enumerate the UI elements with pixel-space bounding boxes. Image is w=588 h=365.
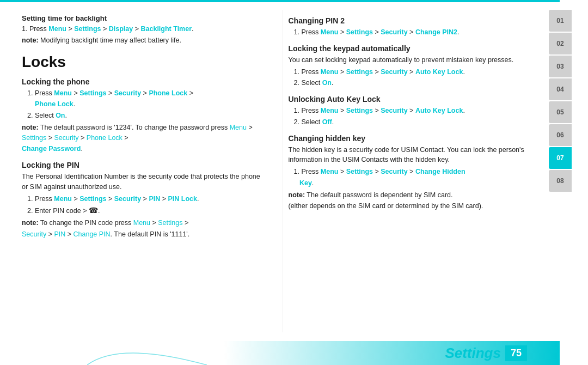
settings-inline[interactable]: Settings xyxy=(22,134,46,142)
chapter-02[interactable]: 02 xyxy=(549,33,572,54)
chapter-06[interactable]: 06 xyxy=(549,124,572,146)
menu-r2[interactable]: Menu xyxy=(321,68,339,76)
display-link[interactable]: Display xyxy=(109,25,133,33)
security-r2[interactable]: Security xyxy=(381,68,407,76)
settings-r3[interactable]: Settings xyxy=(346,107,373,114)
chapter-07[interactable]: 07 xyxy=(549,147,572,169)
sep3: > xyxy=(133,25,140,33)
locking-phone-steps: 1. Press Menu > Settings > Security > Ph… xyxy=(22,88,261,121)
menu-link3[interactable]: Menu xyxy=(54,195,72,203)
settings-note3[interactable]: Settings xyxy=(158,219,182,227)
off-link[interactable]: Off xyxy=(322,118,332,126)
phone-step1: 1. Press Menu > Settings > Security > Ph… xyxy=(27,88,261,99)
pin-note: note: To change the PIN code press Menu … xyxy=(22,218,261,228)
settings-link3[interactable]: Settings xyxy=(79,195,106,203)
chapter-01[interactable]: 01 xyxy=(549,10,572,32)
hidden-step1b: Key. xyxy=(294,178,528,188)
phone-lock-link2[interactable]: Phone Lock xyxy=(35,100,74,108)
pin-body: The Personal Identification Number is th… xyxy=(22,172,261,192)
on-link[interactable]: On xyxy=(56,112,65,119)
phone-note2: Change Password. xyxy=(22,144,261,154)
settings-link2[interactable]: Settings xyxy=(79,89,106,97)
key-link[interactable]: Key xyxy=(299,179,312,187)
sep2: > xyxy=(101,25,109,33)
pin-note-link[interactable]: PIN xyxy=(54,230,65,238)
hidden-key-steps: 1. Press Menu > Settings > Security > Ch… xyxy=(289,167,528,188)
period: . xyxy=(192,25,193,33)
phone-lock-link[interactable]: Phone Lock xyxy=(149,89,187,97)
s2: > xyxy=(107,89,114,97)
bottom-bar: Settings 75 xyxy=(0,341,560,365)
settings-r4[interactable]: Settings xyxy=(346,168,373,175)
menu-note3[interactable]: Menu xyxy=(133,219,150,227)
chapter-sidebar: 01 02 03 04 05 06 07 08 xyxy=(543,10,572,332)
pin2-steps: 1. Press Menu > Settings > Security > Ch… xyxy=(289,27,528,38)
right-column: Changing PIN 2 1. Press Menu > Settings … xyxy=(283,10,528,332)
backlight-timer-link[interactable]: Backlight Timer xyxy=(141,25,192,33)
menu-inline[interactable]: Menu xyxy=(230,124,247,131)
pin-note2: Security > PIN > Change PIN. The default… xyxy=(22,229,261,240)
change-pin-link[interactable]: Change PIN xyxy=(74,230,111,238)
s1: > xyxy=(72,89,79,97)
unlock-step1: 1. Press Menu > Settings > Security > Au… xyxy=(294,106,528,116)
security-link2[interactable]: Security xyxy=(114,195,141,203)
locking-phone-heading: Locking the phone xyxy=(22,77,261,86)
pin-link[interactable]: PIN xyxy=(149,195,160,203)
security-inline[interactable]: Security xyxy=(54,134,78,142)
change-password-link[interactable]: Change Password xyxy=(22,145,81,153)
phone-lock-inline[interactable]: Phone Lock xyxy=(87,134,122,142)
hidden-key-body: The hidden key is a security code for US… xyxy=(289,145,528,166)
chapter-08[interactable]: 08 xyxy=(549,170,572,192)
security-r4[interactable]: Security xyxy=(381,168,407,175)
main-content: Setting time for backlight 1. Press Menu… xyxy=(0,0,588,365)
settings-r2[interactable]: Settings xyxy=(346,68,373,76)
change-pin2-link[interactable]: Change PIN2 xyxy=(415,28,457,36)
security-r3[interactable]: Security xyxy=(381,107,407,114)
chapter-04[interactable]: 04 xyxy=(549,78,572,100)
auto-key-lock-link2[interactable]: Auto Key Lock xyxy=(415,107,463,114)
menu-r3[interactable]: Menu xyxy=(321,107,339,114)
keypad-body: You can set locking keypad automatically… xyxy=(289,55,528,65)
chapter-05[interactable]: 05 xyxy=(549,101,572,123)
hidden-key-heading: Changing hidden key xyxy=(289,134,528,143)
on-link2[interactable]: On xyxy=(322,79,332,87)
menu-r4[interactable]: Menu xyxy=(321,168,339,175)
menu-r1[interactable]: Menu xyxy=(321,28,339,36)
keypad-steps: 1. Press Menu > Settings > Security > Au… xyxy=(289,67,528,89)
settings-label: Settings xyxy=(445,345,501,362)
keypad-auto-heading: Locking the keypad automatically xyxy=(289,44,528,53)
pin-step1: 1. Press Menu > Settings > Security > PI… xyxy=(27,194,261,204)
security-r1[interactable]: Security xyxy=(381,28,407,36)
security-link[interactable]: Security xyxy=(114,89,141,97)
keypad-step2: 2. Select On. xyxy=(294,78,528,88)
phone-step1b: Phone Lock. xyxy=(27,99,261,110)
intro-heading: Setting time for backlight xyxy=(22,14,261,22)
pin-step2: 2. Enter PIN code > ☎. xyxy=(27,205,261,216)
change-hidden-key-link[interactable]: Change Hidden xyxy=(415,168,465,175)
unlock-steps: 1. Press Menu > Settings > Security > Au… xyxy=(289,106,528,127)
settings-link[interactable]: Settings xyxy=(74,25,101,33)
hidden-note2: (either depends on the SIM card or deter… xyxy=(289,201,528,211)
confirm-icon: ☎ xyxy=(89,206,98,215)
auto-key-lock-link[interactable]: Auto Key Lock xyxy=(415,68,463,76)
intro-step: 1. Press Menu > Settings > Display > Bac… xyxy=(22,24,261,34)
unlock-step2: 2. Select Off. xyxy=(294,117,528,127)
period2: . xyxy=(74,100,75,108)
intro-note: note: Modifying backlight time may affec… xyxy=(22,35,261,46)
phone-note: note: The default password is '1234'. To… xyxy=(22,123,261,143)
page-container: Setting time for backlight 1. Press Menu… xyxy=(0,0,588,365)
menu-link2[interactable]: Menu xyxy=(54,89,72,97)
pin-lock-link[interactable]: PIN Lock xyxy=(168,195,197,203)
intro-step-text: 1. Press xyxy=(22,25,48,33)
chapter-03[interactable]: 03 xyxy=(549,56,572,77)
settings-r1[interactable]: Settings xyxy=(346,28,373,36)
s3: > xyxy=(141,89,149,97)
locks-heading: Locks xyxy=(22,53,261,71)
menu-link[interactable]: Menu xyxy=(48,25,66,33)
phone-step2: 2. Select On. xyxy=(27,111,261,121)
keypad-step1: 1. Press Menu > Settings > Security > Au… xyxy=(294,67,528,77)
unlock-auto-heading: Unlocking Auto Key Lock xyxy=(289,95,528,104)
security-note2[interactable]: Security xyxy=(22,230,46,238)
top-border xyxy=(0,0,560,2)
period3: . xyxy=(81,145,82,153)
